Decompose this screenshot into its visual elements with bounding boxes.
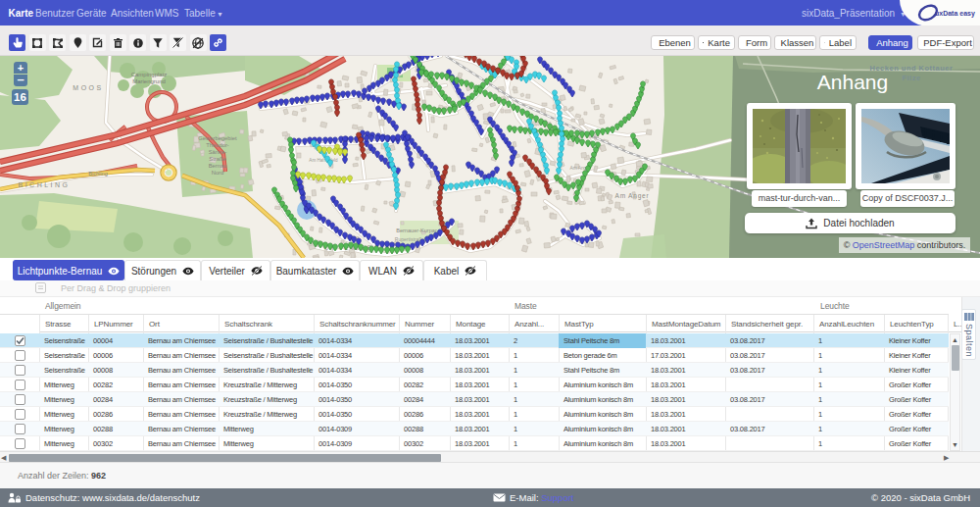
- svg-text:Am Hafnerfeld: Am Hafnerfeld: [309, 158, 338, 163]
- svg-text:Nord: Nord: [212, 170, 224, 176]
- svg-text:Am Anger: Am Anger: [615, 192, 650, 200]
- svg-text:BICHLING: BICHLING: [18, 181, 70, 188]
- svg-text:Bichling: Bichling: [88, 171, 108, 177]
- svg-text:Sänne-: Sänne-: [209, 149, 227, 155]
- svg-text:Mariengrund: Mariengrund: [132, 78, 166, 84]
- svg-text:Bernau: Bernau: [209, 163, 227, 169]
- svg-text:Straße: Straße: [209, 156, 225, 162]
- svg-text:Theodor-: Theodor-: [206, 142, 229, 148]
- svg-text:MOOS: MOOS: [73, 84, 103, 91]
- svg-text:Campingplatz: Campingplatz: [131, 72, 168, 77]
- svg-text:Bernauer-Kurpar: Bernauer-Kurpar: [396, 228, 437, 233]
- svg-text:uxData easy: uxData easy: [935, 10, 975, 18]
- svg-text:Gewerbegebiet: Gewerbegebiet: [198, 135, 237, 141]
